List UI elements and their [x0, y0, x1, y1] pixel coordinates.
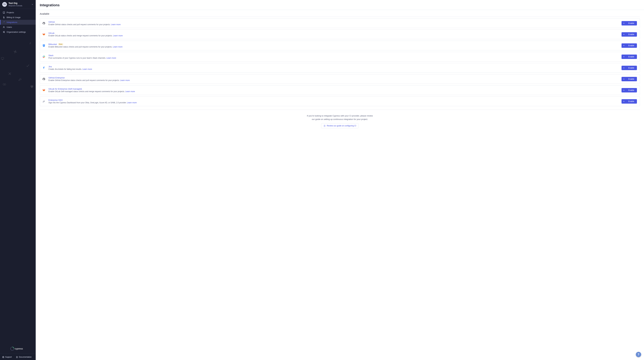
plus-icon	[623, 56, 625, 58]
page-title: Integrations	[40, 3, 640, 7]
plus-icon	[623, 34, 625, 35]
sidebar-item-label: Organization settings	[6, 31, 26, 33]
ci-guide-button[interactable]: Review our guide on configuring CI	[321, 123, 359, 128]
gitlab-icon	[42, 88, 46, 92]
sidebar-item-label: Users	[6, 26, 12, 28]
sliders-icon	[3, 31, 5, 33]
support-link[interactable]: Support	[2, 356, 12, 358]
plus-icon	[623, 100, 625, 102]
enable-button[interactable]: Enable	[622, 32, 637, 37]
svg-point-10	[3, 84, 4, 85]
dollar-icon	[3, 16, 5, 18]
svg-rect-9	[2, 59, 3, 60]
sidebar-item-integrations[interactable]: Integrations	[0, 20, 36, 25]
integration-title[interactable]: Slack	[48, 54, 622, 56]
learn-more-link[interactable]: Learn more	[113, 46, 122, 48]
plug-icon	[3, 21, 5, 24]
plus-icon	[623, 45, 625, 46]
integration-card-slack: SlackPost summaries of your Cypress runs…	[40, 52, 640, 62]
integration-desc: Enable GitLab status checks and merge re…	[48, 34, 622, 37]
integration-desc: Create Jira tickets for failing test res…	[48, 68, 622, 70]
integration-desc: Enable GitLab Self-managed status checks…	[48, 90, 622, 92]
integration-card-github: GitHubEnable GitHub status checks and pu…	[40, 18, 640, 28]
enable-button[interactable]: Enable	[622, 44, 637, 48]
org-switcher[interactable]: TO Test Org Alejandro Estrada	[0, 0, 36, 9]
sidebar-item-users[interactable]: Users	[0, 25, 36, 30]
integration-title[interactable]: GitHub Enterprise	[48, 76, 622, 79]
jira-icon	[42, 66, 46, 70]
svg-point-11	[4, 84, 6, 85]
sidebar-item-organization-settings[interactable]: Organization settings	[0, 30, 36, 34]
svg-rect-8	[1, 58, 4, 59]
integration-desc: Enable GitHub Enterprise status checks a…	[48, 79, 622, 82]
github-icon	[42, 21, 46, 26]
sidebar-bottom: Support Documentation	[0, 354, 36, 360]
section-title: Available	[40, 12, 640, 15]
doc-icon	[16, 356, 18, 358]
footer-note: If you're looking to integrate Cypress w…	[40, 110, 640, 128]
lifebuoy-icon	[2, 356, 4, 358]
beta-badge: Beta	[58, 43, 63, 45]
integration-title[interactable]: Jira	[48, 66, 622, 68]
sidebar-item-projects[interactable]: Projects	[0, 10, 36, 15]
integration-title[interactable]: GitLab	[48, 32, 622, 34]
plus-icon	[623, 67, 625, 69]
learn-more-link[interactable]: Learn more	[113, 34, 123, 37]
integration-card-gitlab-enterprise: GitLab for Enterprise (Self-managed)Enab…	[40, 85, 640, 95]
enable-button[interactable]: Enable	[622, 77, 637, 81]
learn-more-link[interactable]: Learn more	[125, 90, 135, 92]
integration-desc: Post summaries of your Cypress runs to y…	[48, 57, 622, 59]
sidebar-item-label: Billing & Usage	[6, 16, 20, 18]
main-content: Integrations Available GitHubEnable GitH…	[36, 0, 644, 360]
learn-more-link[interactable]: Learn more	[120, 79, 130, 82]
svg-text:cypress: cypress	[15, 347, 23, 350]
integration-card-github-enterprise: GitHub EnterpriseEnable GitHub Enterpris…	[40, 74, 640, 84]
svg-point-13	[5, 84, 6, 84]
enable-button[interactable]: Enable	[622, 21, 637, 26]
integration-title[interactable]: GitHub	[48, 21, 622, 23]
brand-logo: cypress	[0, 346, 36, 354]
learn-more-link[interactable]: Learn more	[111, 24, 120, 26]
integration-card-jira: JiraCreate Jira tickets for failing test…	[40, 63, 640, 73]
book-icon	[3, 11, 5, 14]
svg-point-12	[3, 84, 4, 84]
page-header: Integrations	[36, 0, 644, 10]
enable-button[interactable]: Enable	[622, 54, 637, 59]
slack-icon	[42, 54, 46, 59]
github-icon	[42, 77, 46, 82]
sidebar-item-label: Projects	[6, 11, 14, 14]
plus-icon	[623, 78, 625, 80]
avatar: TO	[2, 2, 7, 7]
integration-card-bitbucket: BitbucketBetaEnable Bitbucket status che…	[40, 41, 640, 50]
plus-icon	[623, 90, 625, 91]
chevron-down-icon	[31, 3, 34, 6]
gitlab-icon	[42, 32, 46, 37]
learn-more-link[interactable]: Learn more	[127, 102, 137, 104]
org-name: Test Org	[8, 2, 31, 4]
user-icon	[3, 26, 5, 28]
sidebar: TO Test Org Alejandro Estrada ProjectsBi…	[0, 0, 36, 360]
key-icon	[42, 99, 46, 104]
sidebar-item-label: Integrations	[6, 21, 17, 24]
bitbucket-icon	[42, 43, 46, 48]
enable-button[interactable]: Enable	[622, 99, 637, 104]
sidebar-item-billing-usage[interactable]: Billing & Usage	[0, 15, 36, 20]
enable-button[interactable]: Enable	[622, 88, 637, 92]
integration-card-gitlab: GitLabEnable GitLab status checks and me…	[40, 30, 640, 39]
enable-button[interactable]: Enable	[622, 66, 637, 70]
integration-title[interactable]: GitLab for Enterprise (Self-managed)	[48, 88, 622, 90]
integration-title[interactable]: BitbucketBeta	[48, 43, 622, 46]
plus-icon	[623, 22, 625, 24]
documentation-link[interactable]: Documentation	[16, 356, 32, 358]
integration-desc: Sign into the Cypress Dashboard from you…	[48, 102, 622, 104]
integration-card-sso: Enterprise SSOSign into the Cypress Dash…	[40, 96, 640, 106]
user-name: Alejandro Estrada	[8, 4, 31, 7]
integration-desc: Enable Bitbucket status checks and pull …	[48, 46, 622, 48]
integration-title[interactable]: Enterprise SSO	[48, 99, 622, 101]
help-fab[interactable]: ?	[636, 352, 641, 357]
sidebar-nav: ProjectsBilling & UsageIntegrationsUsers…	[0, 9, 36, 36]
learn-more-link[interactable]: Learn more	[82, 68, 92, 70]
guide-icon	[324, 125, 326, 127]
learn-more-link[interactable]: Learn more	[106, 57, 116, 59]
integration-desc: Enable GitHub status checks and pull req…	[48, 24, 622, 26]
